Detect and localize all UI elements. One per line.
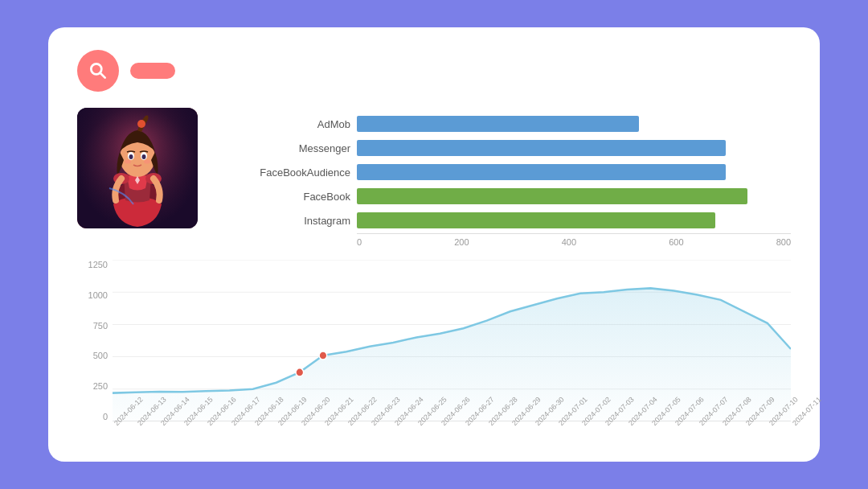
y-label: 500 [93, 351, 108, 360]
svg-point-23 [319, 351, 327, 360]
search-icon [88, 60, 108, 81]
bar-label: Instagram [238, 215, 350, 227]
bar-row: FaceBook [238, 188, 791, 204]
bar-label: Messenger [238, 142, 350, 154]
y-label: 750 [93, 321, 108, 331]
axis-ticks: 0200400600800 [357, 234, 791, 247]
bar-row: Instagram [238, 212, 791, 228]
bar-axis: 0200400600800 [357, 233, 791, 247]
line-chart-section: 125010007505002500 [77, 260, 791, 446]
top-section: AdMobMessengerFaceBookAudienceFaceBookIn… [77, 108, 791, 247]
bar-track [357, 164, 791, 180]
axis-tick: 200 [454, 237, 469, 247]
main-card: AdMobMessengerFaceBookAudienceFaceBookIn… [48, 27, 820, 462]
bar-chart-container: AdMobMessengerFaceBookAudienceFaceBookIn… [222, 108, 791, 247]
bar-track [357, 188, 791, 204]
game-art [77, 108, 198, 228]
bar-track [357, 212, 791, 228]
axis-tick: 400 [562, 237, 576, 247]
bar-label: FaceBook [238, 191, 350, 203]
axis-tick: 0 [357, 237, 362, 247]
y-label: 0 [103, 412, 108, 421]
header [77, 50, 791, 92]
bar-row: Messenger [238, 140, 791, 156]
bar-track [357, 140, 791, 156]
bar-track [357, 116, 791, 132]
svg-point-11 [142, 154, 146, 159]
y-label: 250 [93, 381, 108, 391]
bar-chart: AdMobMessengerFaceBookAudienceFaceBookIn… [238, 116, 791, 228]
bar-label: AdMob [238, 118, 350, 130]
bar-fill [357, 140, 726, 156]
svg-line-1 [100, 73, 105, 78]
svg-point-22 [296, 368, 304, 376]
search-circle [77, 50, 119, 92]
axis-tick: 800 [776, 237, 791, 247]
svg-point-12 [125, 160, 131, 164]
svg-point-7 [137, 120, 145, 128]
bar-label: FaceBookAudience [238, 166, 350, 179]
bar-fill [357, 212, 715, 228]
svg-point-10 [129, 154, 133, 159]
line-chart-svg [113, 260, 791, 421]
bar-row: AdMob [238, 116, 791, 132]
game-image [77, 108, 198, 228]
y-label: 1000 [88, 290, 108, 300]
svg-point-13 [144, 160, 150, 164]
chart-area [113, 260, 791, 421]
game-info [77, 108, 198, 247]
line-chart-wrapper: 125010007505002500 [77, 260, 791, 446]
bar-fill [357, 116, 639, 132]
x-axis-labels: 2024-06-122024-06-132024-06-142024-06-15… [113, 421, 791, 446]
page-title [130, 63, 175, 79]
bar-fill [357, 188, 747, 204]
y-label: 1250 [88, 260, 108, 269]
y-axis-labels: 125010007505002500 [77, 260, 108, 421]
axis-tick: 600 [669, 237, 683, 247]
bar-row: FaceBookAudience [238, 164, 791, 180]
bar-fill [357, 164, 726, 180]
